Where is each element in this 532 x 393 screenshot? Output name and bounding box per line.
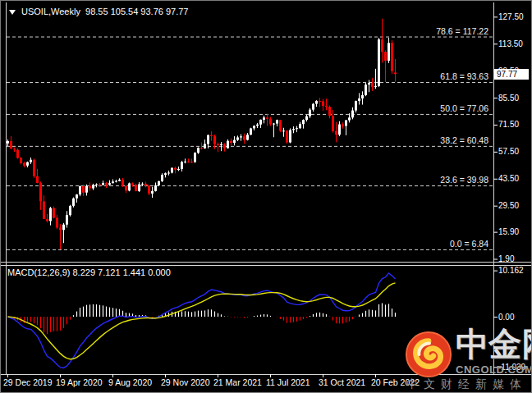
symbol-label: USOIL,Weekly [21,7,80,16]
ohlc-readout: 98.55 105.54 93.76 97.77 [85,7,188,16]
symbol-header[interactable]: USOIL,Weekly 98.55 105.54 93.76 97.77 [9,7,188,16]
current-price-tag: 97.77 [494,69,529,80]
chart-window: USOIL,Weekly 98.55 105.54 93.76 97.77 MA… [0,0,532,393]
watermark-url-text: CNGOLD.COM.CN [456,363,532,376]
cngold-logo-icon [405,331,452,378]
watermark-brand-text: 中金网 [456,324,532,363]
macd-indicator-label[interactable]: MACD(12,26,9) 8.229 7.121 1.441 0.000 [7,267,171,277]
watermark-tagline-text: 中文财经新媒体 [406,377,527,392]
chevron-down-icon[interactable] [9,10,16,15]
cngold-watermark: 中金网 CNGOLD.COM.CN 中文财经新媒体 [397,326,532,393]
